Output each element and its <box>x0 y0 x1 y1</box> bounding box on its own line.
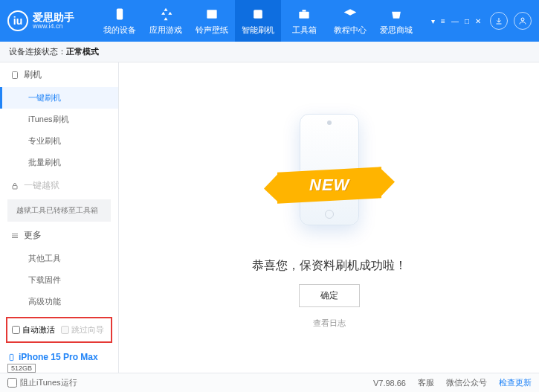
header: iu 爱思助手 www.i4.cn 我的设备 应用游戏 铃声壁纸 智能刷机 工具… <box>0 0 539 42</box>
group-jailbreak: 一键越狱 <box>0 173 118 198</box>
footer: 阻止iTunes运行 V7.98.66 客服 微信公众号 检查更新 <box>0 373 539 392</box>
apps-icon <box>158 7 173 22</box>
sidebar-item-download[interactable]: 下载固件 <box>0 269 118 291</box>
sidebar-item-pro[interactable]: 专业刷机 <box>0 130 118 152</box>
auto-activate-checkbox[interactable]: 自动激活 <box>12 324 55 335</box>
svg-rect-7 <box>13 185 17 189</box>
nav-store[interactable]: 爱思商城 <box>373 0 419 42</box>
app-subtitle: www.i4.cn <box>33 22 74 30</box>
download-icon <box>494 16 503 25</box>
ok-button[interactable]: 确定 <box>299 284 360 307</box>
group-flash[interactable]: 刷机 <box>0 62 118 87</box>
win-menu-icon[interactable]: ▾ <box>431 17 435 25</box>
sidebar: 刷机 一键刷机 iTunes刷机 专业刷机 批量刷机 一键越狱 越狱工具已转移至… <box>0 62 119 373</box>
svg-rect-4 <box>303 10 306 12</box>
nav-toolbox[interactable]: 工具箱 <box>281 0 327 42</box>
device-name[interactable]: iPhone 15 Pro Max <box>7 352 111 362</box>
sidebar-item-batch[interactable]: 批量刷机 <box>0 152 118 173</box>
wechat-link[interactable]: 微信公众号 <box>446 377 487 388</box>
win-minimize-icon[interactable]: — <box>451 17 459 25</box>
status-value: 正常模式 <box>66 46 99 57</box>
activation-options: 自动激活 跳过向导 <box>6 317 112 343</box>
win-close-icon[interactable]: ✕ <box>475 17 481 25</box>
flash-group-icon <box>10 71 19 80</box>
nav-tutorials[interactable]: 教程中心 <box>327 0 373 42</box>
svg-rect-3 <box>299 11 309 18</box>
status-bar: 设备连接状态： 正常模式 <box>0 42 539 62</box>
window-controls: ▾ ≡ — □ ✕ <box>431 17 481 25</box>
svg-rect-8 <box>10 354 13 360</box>
nav-flash[interactable]: 智能刷机 <box>235 0 281 42</box>
logo: iu 爱思助手 www.i4.cn <box>7 10 97 31</box>
ribbon-text: NEW <box>309 176 349 195</box>
header-right: ▾ ≡ — □ ✕ <box>431 12 532 30</box>
nav-my-device[interactable]: 我的设备 <box>97 0 143 42</box>
success-message: 恭喜您，保资料刷机成功啦！ <box>252 258 407 274</box>
user-icon <box>518 16 527 25</box>
top-nav: 我的设备 应用游戏 铃声壁纸 智能刷机 工具箱 教程中心 爱思商城 <box>97 0 431 42</box>
device-icon <box>7 353 16 362</box>
svg-rect-0 <box>117 8 123 19</box>
flash-icon <box>251 7 265 22</box>
store-icon <box>389 7 404 22</box>
nav-apps[interactable]: 应用游戏 <box>143 0 189 42</box>
sidebar-item-oneclick[interactable]: 一键刷机 <box>0 87 118 109</box>
svg-rect-1 <box>207 10 216 19</box>
win-maximize-icon[interactable]: □ <box>465 17 469 25</box>
storage-badge: 512GB <box>7 364 36 373</box>
svg-rect-2 <box>254 10 262 19</box>
group-more[interactable]: 更多 <box>0 223 118 248</box>
status-label: 设备连接状态： <box>9 46 66 57</box>
main-content: NEW 恭喜您，保资料刷机成功啦！ 确定 查看日志 <box>119 62 539 373</box>
skip-guide-checkbox[interactable]: 跳过向导 <box>61 324 104 335</box>
device-info: iPhone 15 Pro Max 512GB iPhone <box>0 347 118 373</box>
user-button[interactable] <box>514 12 532 30</box>
block-itunes-checkbox[interactable]: 阻止iTunes运行 <box>7 377 77 388</box>
graduation-icon <box>343 7 358 22</box>
phone-icon <box>112 7 127 22</box>
image-icon <box>204 7 219 22</box>
sidebar-item-itunes[interactable]: iTunes刷机 <box>0 109 118 130</box>
logo-icon: iu <box>7 10 28 31</box>
list-icon <box>10 231 19 240</box>
success-illustration: NEW <box>274 106 385 248</box>
version: V7.98.66 <box>373 379 406 388</box>
view-log-link[interactable]: 查看日志 <box>313 318 346 329</box>
support-link[interactable]: 客服 <box>418 377 434 388</box>
download-button[interactable] <box>490 12 508 30</box>
nav-ringtones[interactable]: 铃声壁纸 <box>189 0 235 42</box>
sidebar-item-advanced[interactable]: 高级功能 <box>0 291 118 312</box>
svg-rect-6 <box>13 71 18 78</box>
app-title: 爱思助手 <box>33 12 74 22</box>
toolbox-icon <box>297 7 312 22</box>
check-update-link[interactable]: 检查更新 <box>499 377 532 388</box>
lock-icon <box>10 181 19 190</box>
svg-point-5 <box>521 18 524 21</box>
sidebar-jailbreak-note[interactable]: 越狱工具已转移至工具箱 <box>7 199 111 222</box>
win-settings-icon[interactable]: ≡ <box>441 17 445 25</box>
sidebar-item-other[interactable]: 其他工具 <box>0 248 118 269</box>
